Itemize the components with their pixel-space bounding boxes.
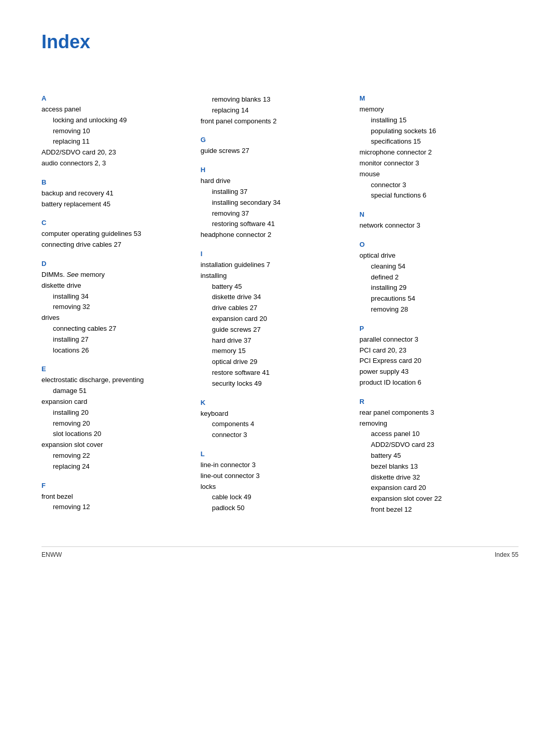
index-entry: cleaning 54 bbox=[359, 261, 508, 272]
index-entry: connector 3 bbox=[201, 430, 349, 441]
section-letter-k: K bbox=[201, 399, 349, 406]
section-letter-p: P bbox=[359, 325, 508, 332]
page-title: Index bbox=[41, 31, 519, 53]
index-entry: audio connectors 2, 3 bbox=[41, 158, 190, 169]
index-entry: installing secondary 34 bbox=[201, 198, 349, 208]
index-entry: removing 28 bbox=[359, 304, 508, 315]
index-entry: access panel bbox=[41, 104, 190, 115]
index-entry: defined 2 bbox=[359, 272, 508, 283]
index-entry: removing bbox=[359, 418, 508, 429]
index-entry: battery replacement 45 bbox=[41, 199, 190, 210]
index-entry: specifications 15 bbox=[359, 136, 508, 147]
index-entry: computer operating guidelines 53 bbox=[41, 229, 190, 240]
index-columns: Aaccess panellocking and unlocking 49rem… bbox=[41, 94, 519, 515]
index-entry: hard drive 37 bbox=[201, 335, 349, 346]
index-entry: populating sockets 16 bbox=[359, 126, 508, 137]
index-entry: damage 51 bbox=[41, 386, 190, 397]
index-entry: diskette drive 32 bbox=[359, 472, 508, 483]
index-entry: precautions 54 bbox=[359, 293, 508, 304]
index-entry: guide screws 27 bbox=[201, 325, 349, 335]
index-entry: front bezel bbox=[41, 491, 190, 502]
index-entry: drives bbox=[41, 313, 190, 324]
index-entry: removing 32 bbox=[41, 302, 190, 313]
section-letter-h: H bbox=[201, 166, 349, 174]
section-letter-a: A bbox=[41, 94, 190, 102]
index-entry: optical drive bbox=[359, 250, 508, 261]
index-entry: electrostatic discharge, preventing bbox=[41, 375, 190, 386]
index-entry: expansion card 20 bbox=[201, 314, 349, 325]
index-entry: installing 37 bbox=[201, 187, 349, 198]
index-entry: installation guidelines 7 bbox=[201, 260, 349, 271]
index-entry: connecting cables 27 bbox=[41, 324, 190, 334]
index-entry: expansion card bbox=[41, 397, 190, 407]
index-entry: connecting drive cables 27 bbox=[41, 240, 190, 250]
section-letter-f: F bbox=[41, 482, 190, 489]
index-entry: guide screws 27 bbox=[201, 146, 349, 157]
index-entry: installing 27 bbox=[41, 334, 190, 345]
index-entry: security locks 49 bbox=[201, 378, 349, 389]
section-letter-b: B bbox=[41, 178, 190, 186]
index-entry: locking and unlocking 49 bbox=[41, 115, 190, 126]
section-letter-d: D bbox=[41, 260, 190, 268]
index-entry: ADD2/SDVO card 20, 23 bbox=[41, 147, 190, 158]
index-entry: locations 26 bbox=[41, 345, 190, 356]
index-entry: removing 10 bbox=[41, 126, 190, 137]
index-entry: installing 29 bbox=[359, 283, 508, 293]
index-entry: memory bbox=[359, 104, 508, 115]
section-letter-g: G bbox=[201, 136, 349, 144]
index-entry: installing 15 bbox=[359, 115, 508, 126]
index-entry: network connector 3 bbox=[359, 220, 508, 231]
index-entry: replacing 24 bbox=[41, 461, 190, 472]
section-letter-e: E bbox=[41, 365, 190, 373]
index-entry: installing 20 bbox=[41, 407, 190, 418]
index-entry: PCI card 20, 23 bbox=[359, 345, 508, 356]
index-entry: expansion slot cover bbox=[41, 440, 190, 451]
column-3: Mmemoryinstalling 15populating sockets 1… bbox=[359, 94, 519, 515]
index-entry: headphone connector 2 bbox=[201, 230, 349, 241]
index-entry: ADD2/SDVO card 23 bbox=[359, 440, 508, 451]
section-letter-n: N bbox=[359, 210, 508, 218]
index-entry: line-in connector 3 bbox=[201, 460, 349, 471]
index-entry: monitor connector 3 bbox=[359, 158, 508, 169]
index-entry: keyboard bbox=[201, 409, 349, 419]
index-entry: battery 45 bbox=[201, 282, 349, 292]
index-entry: removing 22 bbox=[41, 451, 190, 461]
index-entry: bezel blanks 13 bbox=[359, 461, 508, 472]
index-entry: PCI Express card 20 bbox=[359, 356, 508, 367]
section-letter-o: O bbox=[359, 241, 508, 248]
index-entry: restore software 41 bbox=[201, 368, 349, 378]
index-entry: installing bbox=[201, 271, 349, 282]
index-entry: access panel 10 bbox=[359, 429, 508, 440]
index-entry: expansion card 20 bbox=[359, 483, 508, 494]
index-entry: components 4 bbox=[201, 419, 349, 430]
index-entry: DIMMs. See memory bbox=[41, 270, 190, 280]
footer-right: Index 55 bbox=[495, 551, 519, 558]
index-entry: battery 45 bbox=[359, 451, 508, 461]
section-letter-i: I bbox=[201, 250, 349, 258]
index-entry: front bezel 12 bbox=[359, 504, 508, 515]
index-entry: optical drive 29 bbox=[201, 357, 349, 368]
index-entry: drive cables 27 bbox=[201, 303, 349, 314]
index-entry: special functions 6 bbox=[359, 190, 508, 201]
index-entry: memory 15 bbox=[201, 346, 349, 357]
column-1: Aaccess panellocking and unlocking 49rem… bbox=[41, 94, 201, 515]
index-entry: replacing 11 bbox=[41, 136, 190, 147]
index-entry: cable lock 49 bbox=[201, 492, 349, 503]
index-entry: product ID location 6 bbox=[359, 377, 508, 388]
index-entry: locks bbox=[201, 482, 349, 493]
index-entry: removing blanks 13 bbox=[201, 94, 349, 105]
section-letter-m: M bbox=[359, 94, 508, 102]
index-entry: line-out connector 3 bbox=[201, 471, 349, 482]
index-entry: expansion slot cover 22 bbox=[359, 494, 508, 504]
index-entry: replacing 14 bbox=[201, 105, 349, 116]
section-letter-c: C bbox=[41, 219, 190, 227]
index-entry: backup and recovery 41 bbox=[41, 188, 190, 199]
index-entry: power supply 43 bbox=[359, 367, 508, 377]
section-letter-r: R bbox=[359, 398, 508, 405]
footer-left: ENWW bbox=[41, 551, 62, 558]
section-letter-l: L bbox=[201, 450, 349, 458]
index-entry: removing 12 bbox=[41, 502, 190, 513]
index-entry: restoring software 41 bbox=[201, 219, 349, 230]
index-entry: diskette drive bbox=[41, 280, 190, 291]
page-footer: ENWW Index 55 bbox=[41, 546, 519, 558]
